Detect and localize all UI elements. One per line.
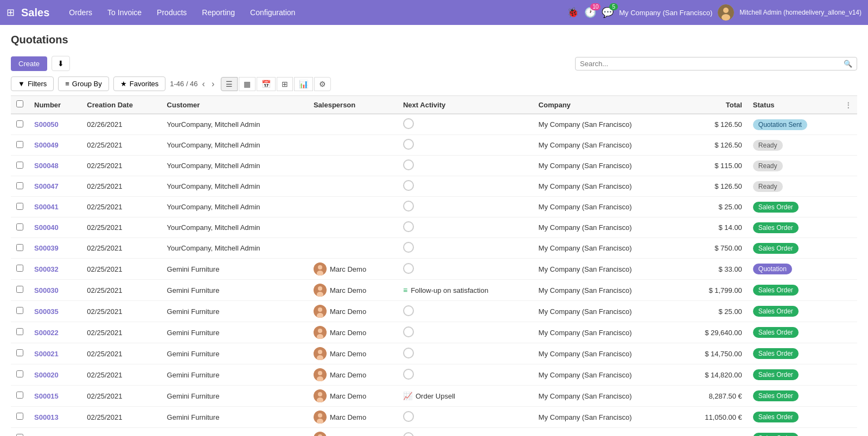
order-number-link[interactable]: S00032	[34, 265, 59, 273]
row-checkbox[interactable]	[16, 370, 23, 377]
select-all-checkbox[interactable]	[16, 100, 23, 107]
company: My Company (San Francisco)	[533, 301, 680, 322]
row-checkbox-cell[interactable]	[11, 156, 29, 176]
view-calendar-button[interactable]: 📅	[257, 77, 276, 91]
nav-to-invoice[interactable]: To Invoice	[101, 5, 148, 20]
row-checkbox[interactable]	[16, 141, 23, 148]
row-checkbox[interactable]	[16, 244, 23, 251]
filters-button[interactable]: ▼ Filters	[11, 76, 54, 91]
order-number[interactable]: S00015	[29, 386, 81, 407]
row-checkbox[interactable]	[16, 223, 23, 230]
row-checkbox-cell[interactable]	[11, 114, 29, 135]
row-checkbox-cell[interactable]	[11, 343, 29, 364]
row-checkbox-cell[interactable]	[11, 217, 29, 238]
order-number-link[interactable]: S00040	[34, 223, 59, 232]
grid-icon[interactable]: ⊞	[7, 7, 15, 18]
row-checkbox[interactable]	[16, 265, 23, 272]
nav-orders[interactable]: Orders	[62, 5, 99, 20]
order-number-link[interactable]: S00030	[34, 286, 59, 294]
order-number[interactable]: S00035	[29, 301, 81, 322]
order-number-link[interactable]: S00020	[34, 371, 59, 379]
view-list-button[interactable]: ☰	[221, 77, 238, 91]
salesperson-name: Marc Demo	[330, 434, 366, 437]
row-checkbox-cell[interactable]	[11, 407, 29, 428]
order-number[interactable]: S00039	[29, 238, 81, 259]
order-number[interactable]: S00013	[29, 407, 81, 428]
nav-reporting[interactable]: Reporting	[195, 5, 241, 20]
row-checkbox-cell[interactable]	[11, 238, 29, 259]
order-number[interactable]: S00041	[29, 197, 81, 217]
order-number-link[interactable]: S00013	[34, 413, 59, 421]
user-avatar[interactable]	[718, 4, 734, 21]
row-checkbox[interactable]	[16, 434, 23, 436]
row-checkbox[interactable]	[16, 307, 23, 314]
search-icon[interactable]: 🔍	[844, 60, 852, 68]
row-checkbox-cell[interactable]	[11, 386, 29, 407]
order-number-link[interactable]: S00050	[34, 120, 59, 129]
order-number-link[interactable]: S00021	[34, 350, 59, 358]
row-checkbox-cell[interactable]	[11, 280, 29, 301]
row-checkbox-cell[interactable]	[11, 428, 29, 437]
order-number-link[interactable]: S00015	[34, 392, 59, 400]
create-button[interactable]: Create	[11, 56, 47, 71]
row-checkbox[interactable]	[16, 328, 23, 335]
bug-icon[interactable]: 🐞	[567, 7, 579, 18]
row-checkbox[interactable]	[16, 286, 23, 293]
order-number[interactable]: S00012	[29, 428, 81, 437]
order-number-link[interactable]: S00041	[34, 203, 59, 211]
row-checkbox[interactable]	[16, 182, 23, 189]
nav-configuration[interactable]: Configuration	[244, 5, 302, 20]
message-icon[interactable]: 💬 5	[602, 7, 614, 18]
creation-date: 02/25/2021	[81, 197, 161, 217]
order-number[interactable]: S00021	[29, 343, 81, 364]
order-number-link[interactable]: S00048	[34, 162, 59, 170]
order-number-link[interactable]: S00035	[34, 307, 59, 316]
view-table-button[interactable]: ⊞	[277, 77, 293, 91]
favorites-button[interactable]: ★ Favorites	[113, 76, 165, 91]
row-checkbox-cell[interactable]	[11, 197, 29, 217]
order-number-link[interactable]: S00012	[34, 434, 59, 437]
row-checkbox-cell[interactable]	[11, 176, 29, 197]
row-checkbox-cell[interactable]	[11, 135, 29, 156]
order-number[interactable]: S00040	[29, 217, 81, 238]
order-number-link[interactable]: S00047	[34, 182, 59, 190]
order-number[interactable]: S00032	[29, 259, 81, 280]
salesperson: Marc Demo	[308, 259, 398, 280]
order-number[interactable]: S00047	[29, 176, 81, 197]
view-chart-button[interactable]: 📊	[294, 77, 313, 91]
table-row: S0003002/25/2021Gemini Furniture Marc De…	[11, 280, 857, 301]
row-checkbox[interactable]	[16, 392, 23, 399]
order-number[interactable]: S00048	[29, 156, 81, 176]
row-checkbox[interactable]	[16, 162, 23, 169]
activity-icon[interactable]: 🕐 10	[584, 7, 596, 18]
order-number[interactable]: S00030	[29, 280, 81, 301]
order-number-link[interactable]: S00039	[34, 244, 59, 252]
col-total: Total	[680, 96, 748, 114]
row-checkbox-cell[interactable]	[11, 364, 29, 386]
nav-products[interactable]: Products	[150, 5, 193, 20]
col-options[interactable]: ⋮	[839, 96, 857, 114]
order-number[interactable]: S00050	[29, 114, 81, 135]
status-badge: Ready	[753, 181, 783, 192]
order-number-link[interactable]: S00022	[34, 329, 59, 337]
order-number[interactable]: S00022	[29, 322, 81, 343]
download-button[interactable]: ⬇	[52, 56, 70, 71]
row-checkbox-cell[interactable]	[11, 259, 29, 280]
select-all-header[interactable]	[11, 96, 29, 114]
view-settings-button[interactable]: ⚙	[314, 77, 331, 91]
search-input[interactable]	[580, 60, 844, 68]
customer: Gemini Furniture	[162, 259, 308, 280]
view-kanban-button[interactable]: ▦	[239, 77, 256, 91]
order-number[interactable]: S00020	[29, 364, 81, 386]
order-number-link[interactable]: S00049	[34, 141, 59, 149]
row-checkbox-cell[interactable]	[11, 301, 29, 322]
group-by-button[interactable]: ≡ Group By	[58, 76, 109, 91]
row-checkbox-cell[interactable]	[11, 322, 29, 343]
order-number[interactable]: S00049	[29, 135, 81, 156]
row-checkbox[interactable]	[16, 349, 23, 356]
row-checkbox[interactable]	[16, 413, 23, 420]
pagination-next[interactable]: ›	[209, 79, 216, 89]
row-checkbox[interactable]	[16, 120, 23, 127]
row-checkbox[interactable]	[16, 203, 23, 210]
pagination-prev[interactable]: ‹	[200, 79, 207, 89]
